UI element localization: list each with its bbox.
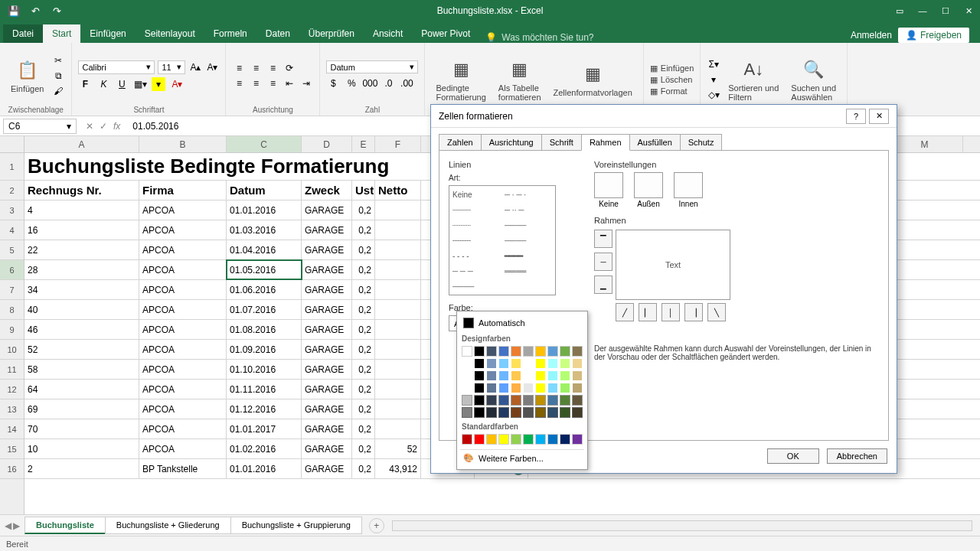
sheet-next-icon[interactable]: ▶ [13,520,20,531]
ribbon-options-icon[interactable]: ▭ [888,2,911,19]
cell[interactable]: 01.08.2016 [227,320,302,339]
color-swatch[interactable] [547,383,558,393]
add-sheet-button[interactable]: + [369,518,384,533]
align-right-icon[interactable]: ≡ [266,77,279,90]
color-swatch[interactable] [547,346,558,357]
color-swatch[interactable] [560,407,570,418]
cell[interactable]: 52 [375,439,421,458]
color-swatch[interactable] [572,395,583,406]
align-center-icon[interactable]: ≡ [249,77,263,90]
color-swatch[interactable] [486,407,497,418]
tab-review[interactable]: Überprüfen [299,24,364,43]
cell[interactable] [375,220,421,240]
col-header-D[interactable]: D [302,136,352,152]
color-swatch[interactable] [560,358,570,369]
copy-icon[interactable]: ⧉ [51,69,65,83]
cancel-formula-icon[interactable]: ✕ [86,121,93,132]
color-swatch[interactable] [523,370,534,381]
col-header-E[interactable]: E [352,136,375,152]
color-swatch[interactable] [498,358,509,369]
color-swatch[interactable] [486,358,497,369]
color-swatch[interactable] [462,395,472,406]
horizontal-scrollbar[interactable] [392,520,972,531]
autosum-icon[interactable]: Σ▾ [707,57,720,71]
find-select-button[interactable]: 🔍Suchen und Auswählen [786,56,841,103]
cell[interactable]: 0,2 [352,240,375,259]
color-swatch[interactable] [474,407,485,418]
table-header[interactable]: Ust [352,181,375,200]
cut-icon[interactable]: ✂ [51,54,65,67]
color-swatch[interactable] [547,434,558,445]
cell[interactable] [375,260,421,279]
cell[interactable]: APCOA [139,439,227,458]
color-swatch[interactable] [535,434,546,445]
color-swatch[interactable] [486,434,497,445]
color-swatch[interactable] [572,370,583,381]
color-swatch[interactable] [560,434,570,445]
cell[interactable]: APCOA [139,220,227,240]
col-header-A[interactable]: A [24,136,139,152]
color-swatch[interactable] [498,434,509,445]
color-swatch[interactable] [511,395,521,406]
dialog-tab-schrift[interactable]: Schrift [541,134,582,151]
color-swatch[interactable] [523,383,534,393]
cell[interactable]: GARAGE [302,340,352,359]
cell[interactable]: 69 [24,399,139,419]
color-swatch[interactable] [535,407,546,418]
cell[interactable]: GARAGE [302,439,352,458]
cell[interactable] [375,340,421,359]
cell[interactable]: 01.01.2016 [227,201,302,220]
cell[interactable]: 01.06.2016 [227,280,302,299]
table-header[interactable]: Rechnugs Nr. [24,181,139,200]
border-diag1-button[interactable]: ╱ [616,303,634,321]
accept-formula-icon[interactable]: ✓ [100,121,107,132]
color-swatch[interactable] [523,346,534,357]
indent-inc-icon[interactable]: ⇥ [299,77,313,90]
cell[interactable]: GARAGE [302,280,352,299]
ok-button[interactable]: OK [767,448,819,464]
border-mid-h-button[interactable]: ─ [594,253,612,271]
cell[interactable]: 01.12.2016 [227,399,302,419]
cell[interactable]: APCOA [139,300,227,319]
color-swatch[interactable] [572,346,583,357]
number-format[interactable]: Datum▾ [326,60,418,73]
preset-außen[interactable]: Außen [634,172,663,208]
cell[interactable]: GARAGE [302,459,352,478]
color-swatch[interactable] [560,395,570,406]
sheet-tab[interactable]: Buchungsliste [24,517,106,534]
bold-button[interactable]: F [78,77,92,91]
name-box[interactable]: C6▾ [3,119,77,134]
cell[interactable]: 0,2 [352,320,375,339]
cell[interactable]: APCOA [139,399,227,419]
sheet-tab[interactable]: Buchungsliste + Gruppierung [230,517,362,534]
cell-styles-button[interactable]: ▦Zellenformatvorlagen [549,60,637,99]
share-button[interactable]: 👤 Freigeben [898,28,969,43]
cell[interactable]: 52 [24,340,139,359]
border-button[interactable]: ▦▾ [133,77,147,91]
cell[interactable]: GARAGE [302,260,352,279]
color-swatch[interactable] [462,407,472,418]
color-swatch[interactable] [547,370,558,381]
cell[interactable] [375,320,421,339]
color-swatch[interactable] [535,395,546,406]
cell[interactable]: 0,2 [352,300,375,319]
color-swatch[interactable] [572,407,583,418]
cell[interactable]: 10 [24,439,139,458]
cell[interactable]: APCOA [139,201,227,220]
cell[interactable]: 01.03.2016 [227,220,302,240]
color-swatch[interactable] [462,370,472,381]
insert-cells-button[interactable]: ▦ Einfügen [650,64,694,73]
save-icon[interactable]: 💾 [5,2,23,19]
color-swatch[interactable] [498,370,509,381]
color-swatch[interactable] [560,346,570,357]
cell[interactable]: APCOA [139,320,227,339]
cell[interactable] [375,399,421,419]
cell[interactable]: 22 [24,240,139,259]
cell[interactable]: APCOA [139,280,227,299]
cell[interactable]: 70 [24,419,139,439]
align-bot-icon[interactable]: ≡ [266,61,279,75]
color-swatch[interactable] [535,346,546,357]
tab-powerpivot[interactable]: Power Pivot [412,24,479,43]
cell[interactable]: 01.07.2016 [227,300,302,319]
cell[interactable]: 58 [24,360,139,379]
